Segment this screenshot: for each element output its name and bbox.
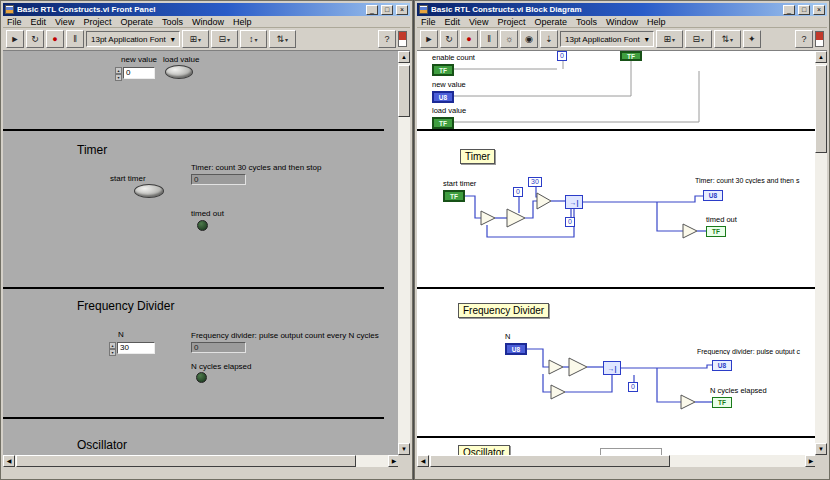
menu-view[interactable]: View xyxy=(55,17,74,27)
clean-up-diagram-button[interactable]: ✦ xyxy=(743,30,761,48)
chevron-down-icon: ▾ xyxy=(672,36,675,43)
scroll-left-button[interactable]: ◀ xyxy=(417,455,429,467)
block-diagram-titlebar[interactable]: Basic RTL Constructs.vi Block Diagram _ … xyxy=(417,3,827,16)
front-panel-canvas[interactable]: new value ▴ ▾ 0 load value Timer start t… xyxy=(3,51,400,455)
zero-constant[interactable]: 0 xyxy=(628,382,638,392)
spin-up-icon[interactable]: ▴ xyxy=(109,342,116,349)
enable-count-terminal[interactable]: TF xyxy=(432,64,454,76)
close-button[interactable]: × xyxy=(396,5,408,15)
pause-button[interactable]: ‖ xyxy=(66,30,84,48)
pulse-output-indicator[interactable]: U8 xyxy=(712,360,732,371)
resize-objects-button[interactable]: ↕▾ xyxy=(240,30,267,48)
frequency-divider-section-label[interactable]: Frequency Divider xyxy=(458,303,549,318)
n-spinner[interactable]: ▴ ▾ xyxy=(109,342,116,354)
pause-button[interactable]: ‖ xyxy=(480,30,498,48)
new-value-input[interactable]: 0 xyxy=(123,67,155,79)
menu-help[interactable]: Help xyxy=(647,17,666,27)
frequency-divider-value-display[interactable]: 0 xyxy=(191,342,246,353)
menu-operate[interactable]: Operate xyxy=(534,17,567,27)
help-button[interactable]: ? xyxy=(378,30,396,48)
n-terminal[interactable]: U8 xyxy=(505,343,527,355)
vertical-scrollbar[interactable]: ▲ ▼ xyxy=(398,51,410,455)
start-timer-terminal[interactable]: TF xyxy=(443,190,465,202)
n-input[interactable]: 30 xyxy=(117,342,155,354)
maximize-button[interactable]: □ xyxy=(798,5,810,15)
zero-constant[interactable]: 0 xyxy=(557,51,567,61)
spin-down-icon[interactable]: ▾ xyxy=(109,349,116,356)
new-value-spinner[interactable]: ▴ ▾ xyxy=(115,67,122,79)
load-value-terminal[interactable]: TF xyxy=(432,117,454,129)
menu-help[interactable]: Help xyxy=(233,17,252,27)
minimize-button[interactable]: _ xyxy=(783,5,795,15)
align-objects-button[interactable]: ⊞▾ xyxy=(182,30,209,48)
menu-window[interactable]: Window xyxy=(606,17,638,27)
reorder-objects-button[interactable]: ⇅▾ xyxy=(269,30,296,48)
vertical-scroll-thumb[interactable] xyxy=(398,65,410,117)
retain-wire-values-button[interactable]: ◉ xyxy=(520,30,538,48)
font-selector[interactable]: 13pt Application Font ▾ xyxy=(560,31,654,47)
align-objects-button[interactable]: ⊞▾ xyxy=(656,30,683,48)
highlight-execution-button[interactable]: ☼ xyxy=(500,30,518,48)
vertical-scrollbar[interactable]: ▲ ▼ xyxy=(815,51,827,455)
n-cycles-elapsed-led[interactable] xyxy=(196,372,207,383)
n-cycles-elapsed-indicator[interactable]: TF xyxy=(712,397,732,408)
block-diagram-canvas[interactable]: enable count TF new value U8 load value … xyxy=(417,51,817,455)
menu-edit[interactable]: Edit xyxy=(31,17,47,27)
start-timer-button[interactable] xyxy=(134,184,164,198)
minimize-button[interactable]: _ xyxy=(366,5,378,15)
step-into-button[interactable]: ⇣ xyxy=(540,30,558,48)
horizontal-scroll-thumb[interactable] xyxy=(430,455,670,467)
menu-window[interactable]: Window xyxy=(192,17,224,27)
timer-value-display[interactable]: 0 xyxy=(191,174,246,185)
scroll-down-button[interactable]: ▼ xyxy=(398,443,410,455)
scroll-up-button[interactable]: ▲ xyxy=(398,51,410,63)
new-value-terminal[interactable]: U8 xyxy=(432,91,454,103)
horizontal-scrollbar[interactable]: ◀ ▶ xyxy=(3,455,400,467)
feedback-node-icon[interactable]: →| xyxy=(603,361,621,375)
timed-out-led[interactable] xyxy=(197,220,208,231)
menu-tools[interactable]: Tools xyxy=(162,17,183,27)
oscillator-section-label[interactable]: Oscillator xyxy=(458,445,510,455)
distribute-objects-button[interactable]: ⊟▾ xyxy=(211,30,238,48)
zero-constant[interactable]: 0 xyxy=(565,217,575,227)
maximize-button[interactable]: □ xyxy=(381,5,393,15)
front-panel-titlebar[interactable]: Basic RTL Constructs.vi Front Panel _ □ … xyxy=(3,3,410,16)
spin-up-icon[interactable]: ▴ xyxy=(115,67,122,74)
timer-section-label[interactable]: Timer xyxy=(460,149,495,164)
help-button[interactable]: ? xyxy=(795,30,813,48)
menu-project[interactable]: Project xyxy=(83,17,111,27)
abort-button[interactable]: ● xyxy=(46,30,64,48)
abort-button[interactable]: ● xyxy=(460,30,478,48)
menu-file[interactable]: File xyxy=(421,17,436,27)
close-button[interactable]: × xyxy=(813,5,825,15)
top-boolean-terminal[interactable]: TF xyxy=(620,51,642,61)
horizontal-scroll-thumb[interactable] xyxy=(16,455,356,467)
font-selector[interactable]: 13pt Application Font ▾ xyxy=(86,31,180,47)
menu-edit[interactable]: Edit xyxy=(445,17,461,27)
vertical-scroll-thumb[interactable] xyxy=(815,65,827,153)
feedback-node-icon[interactable]: →| xyxy=(565,195,583,209)
scroll-left-button[interactable]: ◀ xyxy=(3,455,15,467)
run-continuous-button[interactable]: ↻ xyxy=(440,30,458,48)
menu-operate[interactable]: Operate xyxy=(120,17,153,27)
spin-down-icon[interactable]: ▾ xyxy=(115,74,122,81)
freq-nodes[interactable] xyxy=(549,358,695,409)
run-button[interactable]: ► xyxy=(6,30,24,48)
thirty-constant[interactable]: 30 xyxy=(528,177,542,187)
menu-tools[interactable]: Tools xyxy=(576,17,597,27)
load-value-button[interactable] xyxy=(165,65,193,79)
timer-count-indicator[interactable]: U8 xyxy=(703,190,723,201)
run-continuous-button[interactable]: ↻ xyxy=(26,30,44,48)
reorder-objects-button[interactable]: ⇅▾ xyxy=(714,30,741,48)
scroll-down-button[interactable]: ▼ xyxy=(815,443,827,455)
zero-constant[interactable]: 0 xyxy=(513,187,523,197)
oscillator-node[interactable] xyxy=(600,448,662,455)
menu-project[interactable]: Project xyxy=(497,17,525,27)
run-button[interactable]: ► xyxy=(420,30,438,48)
menu-file[interactable]: File xyxy=(7,17,22,27)
timed-out-indicator[interactable]: TF xyxy=(706,226,726,237)
distribute-objects-button[interactable]: ⊟▾ xyxy=(685,30,712,48)
horizontal-scrollbar[interactable]: ◀ ▶ xyxy=(417,455,817,467)
menu-view[interactable]: View xyxy=(469,17,488,27)
scroll-up-button[interactable]: ▲ xyxy=(815,51,827,63)
